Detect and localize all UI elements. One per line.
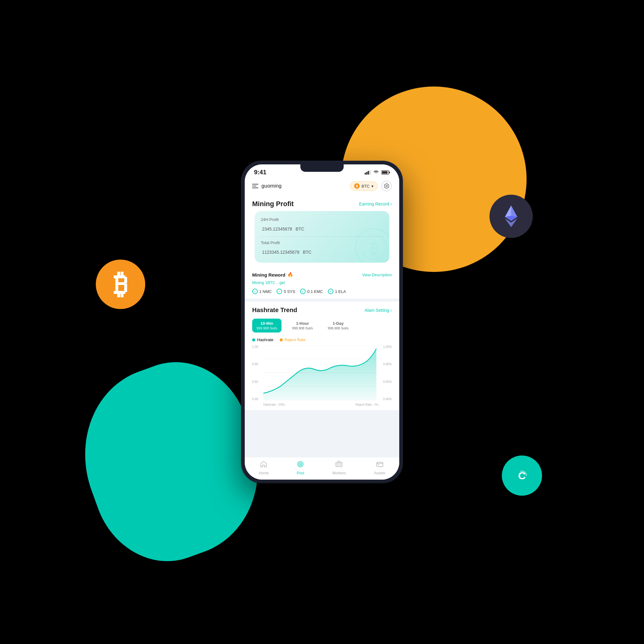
nav-assets-label: Assets — [374, 471, 385, 475]
reward-title: Mining Reword 🔥 — [252, 272, 293, 278]
svg-rect-6 — [366, 172, 367, 175]
svg-rect-28 — [377, 462, 383, 467]
profit-24h-label: 24H Profit — [261, 217, 383, 222]
tab-1day-label: 1-Day — [328, 321, 349, 326]
currency-chevron: ▾ — [371, 184, 374, 189]
reward-header: Mining Reword 🔥 View Description — [252, 272, 392, 278]
hexagon-settings-icon — [384, 183, 389, 189]
chart-y-axis-right: 1.00% 0.80% 0.60% 0.40% — [383, 345, 392, 407]
username-label: guoming — [261, 183, 282, 189]
legend-hashrate: Hashrate — [252, 337, 273, 342]
chart-x-label-reject: Reject Rate（%） — [356, 403, 381, 407]
header-left: guoming — [252, 183, 282, 189]
svg-text:₿: ₿ — [370, 239, 378, 257]
svg-point-26 — [337, 463, 338, 464]
alarm-setting-chevron: › — [390, 308, 392, 313]
reward-item-sys: ✓ 5 SYS — [277, 289, 295, 294]
reward-nmc-label: 1 NMC — [259, 289, 272, 294]
nav-pool-label: Pool — [297, 471, 304, 475]
btc-dot-icon: ₿ — [354, 183, 360, 189]
section-separator — [245, 299, 399, 302]
svg-point-24 — [300, 464, 301, 465]
nav-workers[interactable]: Workers — [332, 460, 346, 475]
chart-x-label-hashrate: Hashrate（H/S） — [263, 403, 287, 407]
nav-workers-label: Workers — [332, 471, 346, 475]
ethereum-icon — [502, 204, 520, 229]
phone-wrapper: 9:41 — [242, 161, 402, 483]
hashrate-header: Hashrate Trend Alam Setting › — [252, 307, 392, 314]
chart-legend: Hashrate Reject Rate — [252, 337, 392, 342]
earning-record-link[interactable]: Earning Record › — [359, 201, 392, 206]
mining-profit-header: Mining Profit Earning Record › — [245, 195, 399, 211]
svg-rect-5 — [365, 173, 366, 175]
check-icon-emc: ✓ — [300, 289, 306, 294]
ethereum-coin — [489, 195, 533, 238]
svg-point-27 — [340, 463, 341, 464]
reward-section: Mining Reword 🔥 View Description Mining … — [245, 268, 399, 299]
nav-home-label: Home — [259, 471, 269, 475]
view-description-link[interactable]: View Description — [362, 273, 392, 277]
currency-label: BTC — [362, 184, 370, 189]
profit-card-bg-icon: ₿ — [352, 226, 389, 263]
phone-screen: 9:41 — [245, 164, 399, 480]
header-right: ₿ BTC ▾ — [350, 181, 392, 191]
reward-items: ✓ 1 NMC ✓ 5 SYS ✓ 0.1 EMC ✓ — [252, 289, 392, 294]
tab-1day-value: 999.908 Sol/s — [328, 326, 349, 330]
phone: 9:41 — [242, 161, 402, 483]
earning-record-chevron: › — [390, 201, 392, 206]
check-icon-ela: ✓ — [328, 289, 333, 294]
reward-subtitle: Mining 1BTC，get — [252, 280, 392, 286]
svg-rect-25 — [336, 462, 342, 467]
alarm-setting-link[interactable]: Alam Setting › — [365, 308, 392, 313]
scroll-content[interactable]: Mining Profit Earning Record › ₿ — [245, 195, 399, 457]
reward-ela-label: 1 ELA — [335, 289, 346, 294]
legend-reject-rate-dot — [280, 338, 283, 341]
tab-1hour[interactable]: 1-Hour 999.908 Sol/s — [288, 319, 317, 333]
settings-button[interactable] — [381, 181, 392, 191]
nav-assets[interactable]: Assets — [374, 460, 385, 475]
legend-reject-rate: Reject Rate — [280, 337, 306, 342]
tab-10min[interactable]: 10-Min 999.908 Sol/s — [252, 319, 282, 333]
hashrate-title: Hashrate Trend — [252, 307, 297, 314]
status-icons — [365, 170, 390, 175]
c-brand-icon: C — [502, 455, 542, 496]
hashrate-area — [263, 349, 376, 400]
tab-1day[interactable]: 1-Day 999.908 Sol/s — [324, 319, 353, 333]
tab-10min-value: 999.908 Sol/s — [256, 326, 277, 330]
tab-1hour-label: 1-Hour — [292, 321, 313, 326]
app-header: guoming ₿ BTC ▾ — [245, 178, 399, 195]
pool-icon — [297, 460, 304, 470]
wifi-icon — [373, 170, 379, 175]
tab-1hour-value: 999.908 Sol/s — [292, 326, 313, 330]
reward-sys-label: 5 SYS — [284, 289, 295, 294]
svg-rect-7 — [368, 171, 369, 175]
signal-icon — [365, 170, 371, 175]
svg-marker-12 — [384, 184, 389, 189]
time-tabs: 10-Min 999.908 Sol/s 1-Hour 999.908 Sol/… — [252, 319, 392, 333]
battery-icon — [381, 170, 390, 175]
hashrate-section: Hashrate Trend Alam Setting › 10-Min 999… — [245, 302, 399, 407]
svg-rect-11 — [389, 172, 390, 173]
c-icon-svg: C — [513, 466, 531, 485]
reward-item-ela: ✓ 1 ELA — [328, 289, 346, 294]
chart-svg — [263, 345, 376, 400]
svg-rect-8 — [369, 170, 371, 175]
workers-icon — [335, 460, 343, 470]
fire-emoji: 🔥 — [287, 272, 293, 278]
nav-home[interactable]: Home — [259, 460, 269, 475]
svg-point-13 — [386, 185, 388, 187]
check-icon-sys: ✓ — [277, 289, 282, 294]
reward-item-nmc: ✓ 1 NMC — [252, 289, 272, 294]
assets-icon — [376, 460, 383, 470]
reward-emc-label: 0.1 EMC — [307, 289, 323, 294]
notch — [300, 164, 344, 172]
legend-reject-rate-label: Reject Rate — [285, 337, 306, 342]
status-time: 9:41 — [254, 169, 266, 176]
svg-marker-3 — [511, 205, 517, 217]
bitcoin-symbol: ₿ — [114, 269, 128, 300]
menu-icon[interactable] — [252, 184, 258, 188]
currency-badge[interactable]: ₿ BTC ▾ — [350, 181, 378, 191]
chart-area: 1.00 0.80 0.60 0.40 1.00% 0.80% 0.60% 0.… — [252, 345, 392, 407]
nav-pool[interactable]: Pool — [297, 460, 304, 475]
tab-10min-label: 10-Min — [256, 321, 277, 326]
